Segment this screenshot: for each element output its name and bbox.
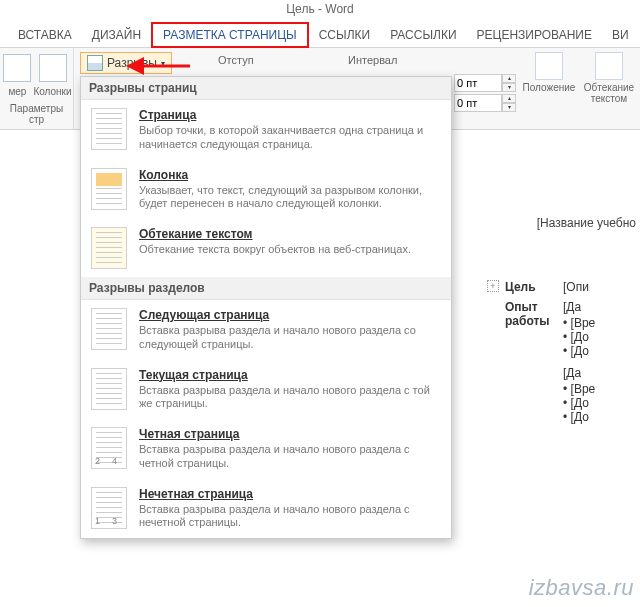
break-text-wrap[interactable]: Обтекание текстом Обтекание текста вокру… (81, 219, 451, 277)
section-next-title: Следующая страница (139, 308, 441, 322)
break-wrap-desc: Обтекание текста вокруг объектов на веб-… (139, 243, 441, 257)
doc-bullet: • [До (563, 396, 595, 410)
doc-exp-value-2: [Да (563, 366, 595, 380)
section-odd-page[interactable]: 1 3 Нечетная страница Вставка разрыва ра… (81, 479, 451, 539)
section-cur-desc: Вставка разрыва раздела и начало нового … (139, 384, 441, 412)
page-breaks-header: Разрывы страниц (81, 77, 451, 100)
tab-insert[interactable]: ВСТАВКА (8, 24, 82, 46)
doc-bullet: • [До (563, 330, 595, 344)
page-setup-label: Параметры стр (6, 103, 67, 125)
document-area: [Название учебно + Цель [Опи Опыт работы… (505, 208, 640, 430)
section-continuous[interactable]: Текущая страница Вставка разрыва раздела… (81, 360, 451, 420)
columns-icon[interactable] (39, 54, 67, 82)
breaks-button[interactable]: Разрывы ▾ (80, 52, 172, 74)
wrap-text-icon (595, 52, 623, 80)
doc-goal-value: [Опи (563, 280, 589, 294)
doc-goal-label: Цель (505, 280, 563, 294)
column-break-icon (91, 168, 127, 210)
position-icon (535, 52, 563, 80)
break-column-desc: Указывает, что текст, следующий за разры… (139, 184, 441, 212)
num-4: 4 (112, 456, 117, 466)
breaks-icon (87, 55, 103, 71)
columns-label: Колонки (33, 86, 71, 97)
num-1: 1 (95, 516, 100, 526)
tab-references[interactable]: ССЫЛКИ (309, 24, 380, 46)
position-label: Положение (523, 82, 576, 93)
interval-label: Интервал (348, 54, 397, 66)
page-break-icon (91, 108, 127, 150)
tab-view[interactable]: ВИ (602, 24, 639, 46)
num-2: 2 (95, 456, 100, 466)
spin-up-icon[interactable]: ▴ (502, 74, 516, 83)
position-button[interactable]: Положение (522, 52, 576, 104)
section-breaks-header: Разрывы разделов (81, 277, 451, 300)
doc-exp-label: Опыт работы (505, 300, 563, 329)
spin-up-icon[interactable]: ▴ (502, 94, 516, 103)
doc-bullet: • [Вре (563, 316, 595, 330)
doc-institution: [Название учебно (501, 216, 636, 230)
break-column[interactable]: Колонка Указывает, что текст, следующий … (81, 160, 451, 220)
break-page-title: Страница (139, 108, 441, 122)
interval-before-input[interactable] (454, 74, 502, 92)
tab-design[interactable]: ДИЗАЙН (82, 24, 151, 46)
doc-bullet: • [До (563, 344, 595, 358)
even-page-icon: 2 4 (91, 427, 127, 469)
spin-down-icon[interactable]: ▾ (502, 83, 516, 92)
breaks-label: Разрывы (107, 56, 157, 70)
arrange-group: Положение Обтекание текстом (522, 52, 636, 104)
size-label: мер (8, 86, 26, 97)
break-column-title: Колонка (139, 168, 441, 182)
odd-page-icon: 1 3 (91, 487, 127, 529)
continuous-icon (91, 368, 127, 410)
ribbon-tabs: ВСТАВКА ДИЗАЙН РАЗМЕТКА СТРАНИЦЫ ССЫЛКИ … (0, 22, 640, 48)
wrap-text-button[interactable]: Обтекание текстом (582, 52, 636, 104)
watermark: izbavsa.ru (529, 575, 634, 601)
section-cur-title: Текущая страница (139, 368, 441, 382)
next-page-icon (91, 308, 127, 350)
break-wrap-title: Обтекание текстом (139, 227, 441, 241)
doc-bullet: • [До (563, 410, 595, 424)
section-next-page[interactable]: Следующая страница Вставка разрыва разде… (81, 300, 451, 360)
interval-after-input[interactable] (454, 94, 502, 112)
num-3: 3 (112, 516, 117, 526)
section-even-desc: Вставка разрыва раздела и начало нового … (139, 443, 441, 471)
break-page-desc: Выбор точки, в которой заканчивается одн… (139, 124, 441, 152)
section-even-page[interactable]: 2 4 Четная страница Вставка разрыва разд… (81, 419, 451, 479)
tab-mailings[interactable]: РАССЫЛКИ (380, 24, 466, 46)
break-page[interactable]: Страница Выбор точки, в которой заканчив… (81, 100, 451, 160)
tab-review[interactable]: РЕЦЕНЗИРОВАНИЕ (467, 24, 602, 46)
section-even-title: Четная страница (139, 427, 441, 441)
doc-bullet: • [Вре (563, 382, 595, 396)
interval-after-spinner[interactable]: ▴▾ (454, 94, 516, 112)
wrap-text-label: Обтекание текстом (584, 82, 634, 104)
doc-exp-value: [Да (563, 300, 595, 314)
section-odd-desc: Вставка разрыва раздела и начало нового … (139, 503, 441, 531)
anchor-icon[interactable]: + (487, 280, 499, 292)
interval-before-spinner[interactable]: ▴▾ (454, 74, 516, 92)
window-title: Цель - Word (0, 0, 640, 22)
breaks-dropdown: Разрывы страниц Страница Выбор точки, в … (80, 76, 452, 539)
spin-down-icon[interactable]: ▾ (502, 103, 516, 112)
text-wrap-break-icon (91, 227, 127, 269)
indent-label: Отступ (218, 54, 254, 66)
chevron-down-icon: ▾ (161, 59, 165, 68)
tab-page-layout[interactable]: РАЗМЕТКА СТРАНИЦЫ (151, 22, 309, 48)
size-icon[interactable] (3, 54, 31, 82)
section-odd-title: Нечетная страница (139, 487, 441, 501)
section-next-desc: Вставка разрыва раздела и начало нового … (139, 324, 441, 352)
